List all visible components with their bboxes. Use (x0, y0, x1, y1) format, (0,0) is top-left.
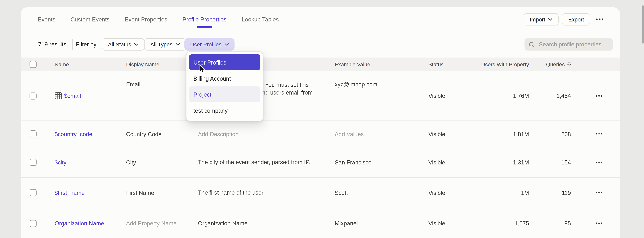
display-name-cell[interactable]: Add Property Name... (126, 220, 198, 227)
example-value-cell[interactable]: xyz@lmnop.com (335, 71, 428, 88)
row-checkbox[interactable] (30, 92, 36, 99)
queries-cell: 1,454 (529, 93, 571, 99)
import-button[interactable]: Import (524, 13, 559, 26)
profile-type-dropdown-menu: User Profiles Billing Account Project te… (186, 52, 263, 121)
property-name-link[interactable]: $email (64, 93, 81, 99)
status-cell: Visible (428, 220, 480, 227)
export-button[interactable]: Export (562, 13, 590, 26)
row-more-button[interactable] (594, 93, 604, 99)
dropdown-item-test-company[interactable]: test company (189, 102, 260, 119)
divider (72, 39, 73, 50)
example-value-cell[interactable]: San Francisco (335, 159, 428, 166)
queries-cell: 208 (529, 131, 571, 137)
header-status: Status (428, 61, 480, 67)
table-row: Organization Name Add Property Name... O… (21, 208, 620, 238)
dropdown-item-project[interactable]: Project (189, 86, 260, 102)
display-name-cell[interactable]: City (126, 159, 198, 166)
status-filter-button[interactable]: All Status (102, 38, 145, 51)
users-with-property-cell: 1,675 (480, 220, 529, 227)
import-button-label: Import (530, 16, 545, 23)
table-row: $city City The city of the event sender,… (21, 147, 620, 178)
header-users-with-property: Users With Property (480, 61, 529, 67)
tab-profile-properties[interactable]: Profile Properties (182, 16, 227, 23)
type-filter-label: All Types (150, 41, 172, 48)
chevron-down-icon (134, 43, 138, 46)
description-cell[interactable]: Add Description... (198, 131, 335, 137)
property-name-link[interactable]: $first_name (55, 189, 85, 196)
table-row: $country_code Country Code Add Descripti… (21, 121, 620, 147)
property-name-cell: $email (55, 92, 126, 100)
users-with-property-cell: 1.31M (480, 159, 529, 166)
content-card: Events Custom Events Event Properties Pr… (21, 8, 620, 238)
chevron-down-icon (176, 43, 180, 46)
search-box (524, 38, 613, 51)
tab-events[interactable]: Events (38, 16, 56, 23)
users-with-property-cell: 1.76M (480, 93, 529, 99)
tab-bar: Events Custom Events Event Properties Pr… (21, 8, 620, 31)
status-cell: Visible (428, 189, 480, 196)
toolbar: Import Export (524, 13, 606, 26)
filter-bar: 719 results Filter by All Status All Typ… (21, 31, 620, 58)
lookup-table-icon (55, 92, 62, 100)
tab-profile-properties-label: Profile Properties (182, 16, 227, 23)
display-name-cell[interactable]: First Name (126, 189, 198, 196)
queries-cell: 154 (529, 159, 571, 166)
header-example-value: Example Value (335, 61, 428, 67)
description-cell[interactable]: Organization Name (198, 219, 315, 227)
more-actions-button[interactable] (594, 16, 606, 23)
chevron-down-icon (225, 43, 229, 46)
queries-cell: 95 (529, 220, 571, 227)
tab-lookup-tables[interactable]: Lookup Tables (242, 16, 279, 23)
status-cell: Visible (428, 131, 480, 137)
header-name: Name (55, 61, 126, 67)
row-checkbox[interactable] (30, 130, 36, 137)
status-filter-label: All Status (108, 41, 131, 48)
profile-type-filter-label: User Profiles (190, 41, 222, 48)
display-name-cell[interactable]: Country Code (126, 131, 198, 137)
users-with-property-cell: 1M (480, 189, 529, 196)
header-queries[interactable]: Queries (529, 61, 571, 67)
active-tab-underline (197, 26, 212, 28)
table-header: Name Display Name Example Value Status U… (21, 58, 620, 71)
results-count: 719 results (38, 41, 66, 48)
select-all-checkbox[interactable] (30, 61, 36, 68)
example-value-cell[interactable]: Mixpanel (335, 220, 428, 227)
scrollbar-thumb[interactable] (642, 5, 644, 44)
sort-icon (567, 61, 571, 67)
property-name-link[interactable]: $city (55, 159, 66, 166)
tab-custom-events[interactable]: Custom Events (70, 16, 110, 23)
row-more-button[interactable] (594, 131, 604, 137)
type-filter-button[interactable]: All Types (144, 38, 186, 51)
example-value-cell[interactable]: Add Values... (335, 131, 428, 137)
header-queries-label: Queries (546, 61, 565, 67)
description-cell[interactable]: The first name of the user. (198, 189, 315, 197)
chevron-down-icon (548, 18, 552, 21)
row-checkbox[interactable] (30, 159, 36, 166)
status-cell: Visible (428, 93, 480, 99)
users-with-property-cell: 1.81M (480, 131, 529, 137)
mouse-cursor-icon (199, 65, 206, 74)
search-input[interactable] (538, 41, 614, 48)
table-row: $email Email The user's email address. Y… (21, 71, 620, 121)
export-button-label: Export (568, 16, 584, 23)
table-row: $first_name First Name The first name of… (21, 178, 620, 208)
row-checkbox[interactable] (30, 189, 36, 196)
row-more-button[interactable] (594, 220, 604, 226)
page: Events Custom Events Event Properties Pr… (0, 0, 644, 238)
description-cell[interactable]: The city of the event sender, parsed fro… (198, 158, 315, 166)
row-more-button[interactable] (594, 159, 604, 165)
property-name-link[interactable]: Organization Name (55, 220, 104, 227)
row-more-button[interactable] (594, 190, 604, 195)
search-icon (529, 41, 535, 48)
property-name-link[interactable]: $country_code (55, 131, 92, 137)
filter-by-label: Filter by (76, 41, 96, 48)
row-checkbox[interactable] (30, 220, 36, 227)
example-value-cell[interactable]: Scott (335, 189, 428, 196)
profile-type-filter-button[interactable]: User Profiles (184, 38, 235, 51)
tab-event-properties[interactable]: Event Properties (125, 16, 168, 23)
status-cell: Visible (428, 159, 480, 166)
queries-cell: 119 (529, 189, 571, 196)
